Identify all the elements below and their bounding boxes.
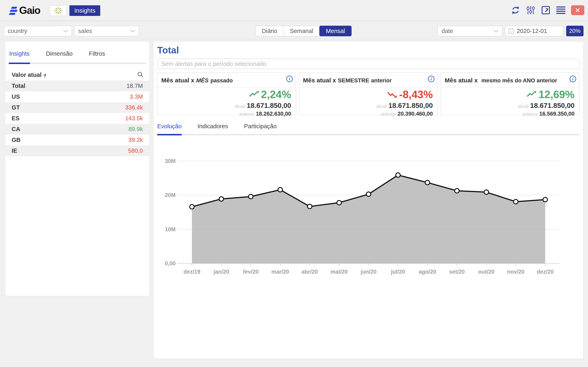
x-axis-label: fev/20 <box>243 269 259 275</box>
row-value: 336.4k <box>125 104 143 111</box>
kpi-anterior-value: 16.569.350,00 <box>539 111 575 117</box>
kpi-percent-value: 2,24% <box>261 89 291 100</box>
date-field-select[interactable]: date <box>438 26 502 36</box>
kpi-anterior-row: anterior16.569.350,00 <box>518 111 575 117</box>
table-row[interactable]: GB39.2k <box>5 134 149 145</box>
x-axis-label: set/20 <box>449 269 465 275</box>
kpi-card-month-vs-semester: Mês atual x SEMESTRE anterior i -8,43% a… <box>299 72 438 115</box>
y-axis-label: 30M <box>165 158 176 164</box>
kpi-atual-row: atual18.671.850,00 <box>234 101 291 109</box>
kpi-card-month-vs-month: Mês atual x MÊS passado i 2,24% atual18.… <box>157 72 296 115</box>
close-button[interactable]: ✕ <box>571 5 584 15</box>
tab-insights[interactable]: Insights <box>9 50 30 57</box>
data-point-dez/19[interactable] <box>190 205 194 209</box>
chart-tab-underline <box>157 134 579 135</box>
kpi-anterior-row: anterior20.390.460,00 <box>376 111 433 117</box>
data-point-jul/20[interactable] <box>396 173 400 177</box>
search-button[interactable] <box>138 72 144 78</box>
row-label: CA <box>12 126 20 133</box>
value-column-label: Valor atual <box>12 72 42 78</box>
main-panel: Total Sem alertas para o período selecio… <box>154 42 583 359</box>
calendar-icon <box>508 28 514 34</box>
tab-indicadores[interactable]: Indicadores <box>198 123 228 130</box>
trend-up-icon <box>527 91 536 98</box>
refresh-button[interactable] <box>511 5 520 15</box>
tab-evolucao[interactable]: Evolução <box>157 123 182 130</box>
kpi-atual-row: atual18.671.850,00 <box>518 101 575 109</box>
kpi-anterior-label: anterior <box>239 111 254 117</box>
row-label: Total <box>12 83 25 89</box>
info-icon[interactable]: i <box>570 76 576 82</box>
data-point-mar/20[interactable] <box>278 188 283 192</box>
tab-dimensao[interactable]: Dimensão <box>46 50 73 57</box>
data-point-abr/20[interactable] <box>307 204 312 209</box>
chevron-down-icon <box>493 30 499 33</box>
table-row[interactable]: US3.3M <box>5 91 149 102</box>
kpi-percent: 12,69% <box>518 89 575 100</box>
x-axis-label: jan/20 <box>213 269 229 275</box>
kpi-percent-value: 12,69% <box>539 89 575 100</box>
kpi-anterior-label: anterior <box>381 111 396 117</box>
data-point-jan/20[interactable] <box>219 197 224 201</box>
data-point-ago/20[interactable] <box>425 180 430 185</box>
trend-down-icon <box>387 91 397 98</box>
expand-button[interactable] <box>541 5 551 15</box>
data-point-out/20[interactable] <box>484 190 489 194</box>
spinner-icon <box>54 7 62 15</box>
date-input-value: 2020-12-01 <box>517 28 547 34</box>
table-row[interactable]: GT336.4k <box>5 102 149 113</box>
x-axis-label: jul/20 <box>391 269 405 275</box>
settings-sliders-button[interactable] <box>526 5 536 15</box>
measure-select[interactable]: sales <box>74 26 139 36</box>
period-weekly-button[interactable]: Semanal <box>284 26 320 36</box>
kpi-anterior-row: anterior18.262.630,00 <box>234 111 291 117</box>
kpi-title-prefix: Mês atual x <box>303 77 336 84</box>
kpi-anterior-value: 18.262.630,00 <box>256 111 291 117</box>
alerts-placeholder: Sem alertas para o período selecionado <box>161 60 266 67</box>
data-point-mai/20[interactable] <box>337 200 341 205</box>
refresh-icon <box>511 6 520 15</box>
menu-button[interactable] <box>556 5 566 15</box>
sidebar-tab-underline <box>9 63 146 64</box>
gaio-logo-icon <box>9 7 17 15</box>
close-icon: ✕ <box>575 7 580 14</box>
period-daily-button[interactable]: Diário <box>256 26 284 36</box>
x-axis-label: ago/20 <box>419 269 436 275</box>
kpi-atual-value: 18.671.850,00 <box>247 101 291 109</box>
table-row[interactable]: Total18.7M <box>5 81 149 91</box>
threshold-button[interactable]: 20% <box>566 26 584 36</box>
table-row[interactable]: ES143.5k <box>5 113 149 124</box>
kpi-atual-value: 18.671.850,00 <box>530 101 575 109</box>
tab-filtros[interactable]: Filtros <box>89 50 105 57</box>
kpi-cards-row: Mês atual x MÊS passado i 2,24% atual18.… <box>157 72 579 115</box>
data-point-fev/20[interactable] <box>249 194 253 199</box>
page-title: Total <box>157 45 179 56</box>
row-label: GB <box>12 137 21 143</box>
data-point-jun/20[interactable] <box>366 192 371 196</box>
data-point-nov/20[interactable] <box>513 200 518 204</box>
loading-spinner-button[interactable] <box>50 5 67 16</box>
data-point-dez/20[interactable] <box>543 197 547 202</box>
x-axis-label: mar/20 <box>271 269 289 275</box>
info-icon[interactable]: i <box>428 76 434 82</box>
evolution-area-chart: 0,0010M20M30Mdez/19jan/20fev/20mar/20abr… <box>154 139 583 281</box>
gaio-logo[interactable]: Gaio <box>9 4 40 16</box>
x-axis-label: dez/20 <box>537 269 554 275</box>
table-row[interactable]: CA89.9k <box>5 124 149 134</box>
date-field-select-value: date <box>442 28 493 34</box>
chevron-down-icon <box>63 30 68 33</box>
row-value: 580,0 <box>128 147 143 154</box>
insights-button[interactable]: Insights <box>69 5 100 16</box>
period-monthly-button[interactable]: Mensal <box>319 26 352 36</box>
x-axis-label: dez/19 <box>183 269 200 275</box>
kpi-title-prefix: Mês atual x <box>445 77 478 84</box>
data-point-set/20[interactable] <box>455 189 459 193</box>
tab-participacao[interactable]: Participação <box>244 123 277 130</box>
kpi-title-prefix: Mês atual x <box>161 77 194 84</box>
info-icon[interactable]: i <box>286 76 293 82</box>
date-input[interactable]: 2020-12-01 <box>505 26 563 36</box>
table-row[interactable]: IE580,0 <box>5 145 149 156</box>
x-axis-label: jun/20 <box>360 269 376 275</box>
value-column-header[interactable]: Valor atual ▲▽ <box>12 72 47 78</box>
dimension-select[interactable]: country <box>4 26 72 36</box>
